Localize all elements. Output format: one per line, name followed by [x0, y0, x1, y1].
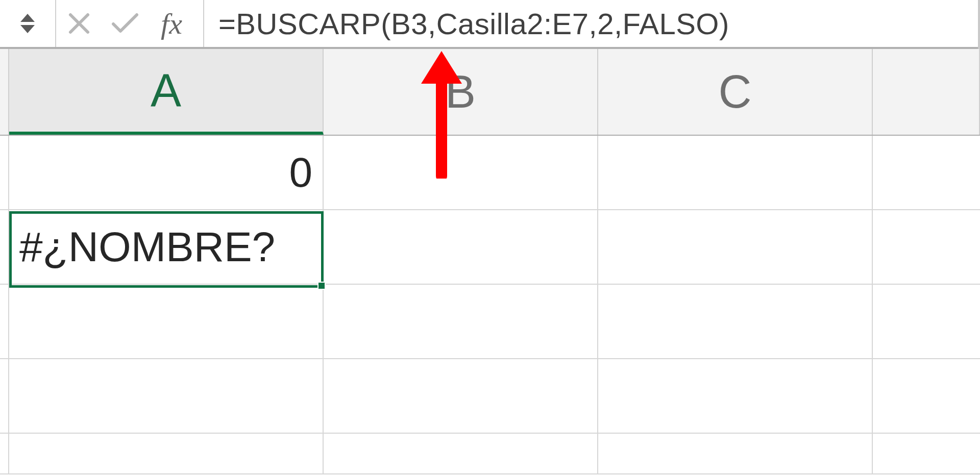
column-header-row: A B C [0, 49, 980, 136]
cell-a1[interactable]: 0 [9, 136, 324, 209]
cell-c2[interactable] [598, 210, 873, 284]
grid-row [0, 285, 980, 359]
fx-label: fx [161, 7, 182, 41]
row-header-3[interactable] [0, 285, 9, 358]
row-header-1[interactable] [0, 136, 9, 209]
cell-a2[interactable]: #¿NOMBRE? [9, 210, 324, 284]
cell-c4[interactable] [598, 359, 873, 433]
spreadsheet-grid: 0 #¿NOMBRE? [0, 136, 980, 474]
divider [978, 0, 980, 49]
close-icon [67, 12, 91, 35]
column-header-next[interactable] [873, 49, 980, 135]
cell-b5[interactable] [324, 434, 598, 473]
spinner-up-icon[interactable] [20, 14, 35, 22]
column-header-b[interactable]: B [324, 49, 598, 135]
row-header-5[interactable] [0, 434, 9, 473]
column-header-a[interactable]: A [9, 49, 324, 135]
cell-c3[interactable] [598, 285, 873, 358]
cell-c5[interactable] [598, 434, 873, 473]
cell-d5[interactable] [873, 434, 980, 473]
cell-d2[interactable] [873, 210, 980, 284]
cell-d4[interactable] [873, 359, 980, 433]
insert-function-button[interactable]: fx [148, 0, 204, 47]
row-header-2[interactable] [0, 210, 9, 284]
row-header-4[interactable] [0, 359, 9, 433]
formula-bar-controls: fx [0, 0, 204, 47]
cell-b1[interactable] [324, 136, 598, 209]
cell-b3[interactable] [324, 285, 598, 358]
formula-input[interactable] [204, 0, 980, 47]
cell-d1[interactable] [873, 136, 980, 209]
grid-row [0, 434, 980, 474]
cell-a5[interactable] [9, 434, 324, 473]
cell-b4[interactable] [324, 359, 598, 433]
grid-row [0, 359, 980, 434]
spinner-down-icon[interactable] [20, 25, 35, 33]
column-header-c[interactable]: C [598, 49, 873, 135]
grid-row: #¿NOMBRE? [0, 210, 980, 285]
cell-a3[interactable] [9, 285, 324, 358]
select-all-corner[interactable] [0, 49, 9, 135]
enter-button[interactable] [102, 0, 148, 47]
cell-a4[interactable] [9, 359, 324, 433]
cancel-button[interactable] [56, 0, 102, 47]
cell-c1[interactable] [598, 136, 873, 209]
cell-b2[interactable] [324, 210, 598, 284]
cell-d3[interactable] [873, 285, 980, 358]
grid-row: 0 [0, 136, 980, 210]
check-icon [111, 12, 139, 35]
formula-bar: fx [0, 0, 980, 49]
name-box-spinner[interactable] [0, 0, 56, 47]
